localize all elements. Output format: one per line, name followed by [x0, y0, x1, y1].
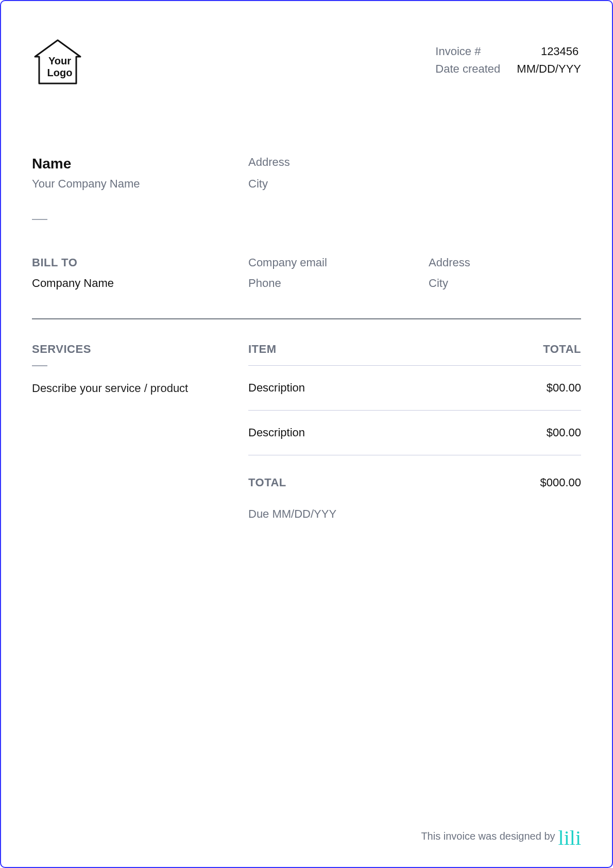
col-total-label: TOTAL — [543, 343, 581, 356]
date-created-label: Date created — [435, 62, 507, 76]
logo-placeholder: Your Logo — [32, 37, 83, 89]
item-amount: $00.00 — [547, 381, 581, 395]
items-column: ITEM TOTAL Description $00.00 Descriptio… — [248, 343, 581, 521]
total-value: $000.00 — [540, 476, 581, 489]
bill-to-address: Address — [429, 256, 581, 269]
bill-to-phone: Phone — [248, 277, 418, 290]
logo-text: Your Logo — [37, 55, 82, 79]
item-desc: Description — [248, 426, 305, 439]
sender-address: Address — [248, 156, 410, 172]
full-divider — [32, 318, 581, 319]
sender-block: Name Address Your Company Name City — [32, 156, 581, 191]
due-line: Due MM/DD/YYY — [248, 507, 581, 521]
meta-invoice-row: Invoice # 123456 — [435, 45, 581, 58]
services-heading: SERVICES — [32, 343, 238, 356]
services-items: SERVICES Describe your service / product… — [32, 343, 581, 521]
bill-to-block: BILL TO Company email Address Company Na… — [32, 256, 581, 290]
item-amount: $00.00 — [547, 426, 581, 439]
bill-to-email: Company email — [248, 256, 418, 269]
sender-name-label: Name — [32, 156, 238, 172]
invoice-page: Your Logo Invoice # 123456 Date created … — [0, 0, 613, 868]
col-item-label: ITEM — [248, 343, 277, 356]
invoice-number-label: Invoice # — [435, 45, 507, 58]
sender-city: City — [248, 177, 410, 191]
bill-to-company: Company Name — [32, 277, 238, 290]
logo-line2: Logo — [47, 67, 73, 78]
item-desc: Description — [248, 381, 305, 395]
services-column: SERVICES Describe your service / product — [32, 343, 238, 521]
total-label: TOTAL — [248, 476, 286, 489]
brand-logo: lili — [558, 828, 581, 848]
date-created-value: MM/DD/YYY — [517, 62, 581, 76]
bill-to-city: City — [429, 277, 581, 290]
meta-date-row: Date created MM/DD/YYY — [435, 62, 581, 76]
footer: This invoice was designed by lili — [421, 826, 581, 846]
invoice-number-value: 123456 — [517, 45, 578, 58]
service-description: Describe your service / product — [32, 382, 238, 395]
line-item: Description $00.00 — [248, 366, 581, 411]
items-header: ITEM TOTAL — [248, 343, 581, 366]
line-item: Description $00.00 — [248, 411, 581, 455]
header: Your Logo Invoice # 123456 Date created … — [32, 37, 581, 89]
footer-text: This invoice was designed by — [421, 830, 555, 842]
sender-company: Your Company Name — [32, 177, 238, 191]
bill-to-heading: BILL TO — [32, 256, 238, 269]
total-row: TOTAL $000.00 — [248, 455, 581, 495]
invoice-meta: Invoice # 123456 Date created MM/DD/YYY — [435, 45, 581, 80]
logo-line1: Your — [48, 55, 71, 66]
short-divider — [32, 219, 47, 220]
short-divider-2 — [32, 365, 47, 366]
